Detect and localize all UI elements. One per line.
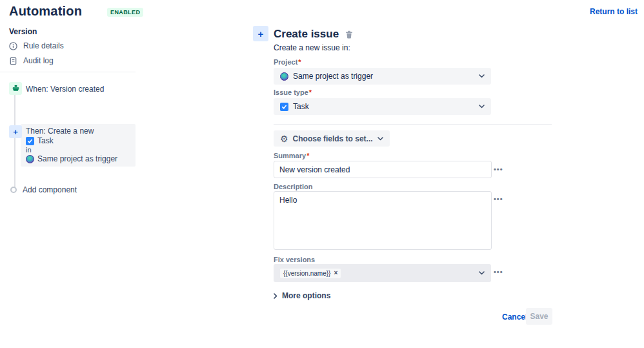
action-connector: in [26,146,136,154]
action-plus-icon[interactable]: + [9,125,22,138]
sidebar-item-label: Audit log [23,56,54,65]
timeline-connector [14,90,15,190]
choose-fields-label: Choose fields to set... [293,134,373,143]
add-component-label: Add component [23,185,77,194]
action-issue-type: Task [37,136,54,146]
add-component-circle-icon [10,187,17,193]
required-asterisk: * [298,58,301,66]
editor-divider [274,124,552,125]
page-title: Automation [9,4,82,19]
sidebar-item-audit-log[interactable]: Audit log [9,56,54,65]
issue-type-select-value: Task [293,102,309,111]
sidebar-divider [0,72,136,72]
required-asterisk: * [309,88,312,96]
chevron-right-icon [274,293,277,299]
fix-version-tag: {{version.name}} × [280,269,341,278]
more-options-label: More options [282,291,330,300]
summary-input[interactable] [274,161,492,178]
rule-name-label: Version [9,27,37,36]
issue-type-label-text: Issue type [274,88,308,96]
fix-versions-field-label: Fix versions [274,256,315,263]
required-asterisk: * [307,152,309,159]
project-field-label: Project* [274,58,301,66]
tag-close-icon[interactable]: × [334,270,337,276]
project-select-value: Same project as trigger [293,72,373,81]
issue-type-select[interactable]: Task [274,98,491,115]
return-to-list-link[interactable]: Return to list [590,7,638,16]
fix-versions-label-text: Fix versions [274,256,315,263]
issue-type-field-label: Issue type* [274,88,312,96]
project-globe-icon [26,155,34,163]
status-badge: ENABLED [107,8,143,17]
summary-field-label: Summary* [274,152,309,159]
info-icon [9,42,17,50]
trigger-ship-icon[interactable] [9,82,22,95]
audit-log-icon [9,57,17,65]
sidebar-item-rule-details[interactable]: Rule details [9,41,64,50]
add-component-button[interactable]: Add component [10,185,77,194]
description-label-text: Description [274,183,313,190]
trash-icon[interactable] [345,30,353,39]
task-type-icon [26,137,34,145]
description-more-actions-icon[interactable]: ••• [494,195,503,203]
editor-title: Create issue [274,28,339,41]
save-button[interactable]: Save [526,308,552,325]
project-globe-icon [280,72,288,81]
fix-versions-select[interactable]: {{version.name}} × [274,264,491,282]
create-issue-plus-icon: + [253,26,268,41]
description-field-label: Description [274,183,313,190]
action-title: Then: Create a new [26,127,136,136]
editor-subtitle: Create a new issue in: [274,43,350,52]
choose-fields-button[interactable]: ⚙ Choose fields to set... [274,130,390,147]
fix-versions-more-actions-icon[interactable]: ••• [494,268,503,276]
gear-icon: ⚙ [280,134,288,143]
more-options-toggle[interactable]: More options [274,291,330,300]
summary-more-actions-icon[interactable]: ••• [494,165,503,173]
chevron-down-icon [479,105,485,108]
fix-version-tag-text: {{version.name}} [283,270,330,277]
description-textarea[interactable]: Hello [274,191,492,250]
cancel-button[interactable]: Cancel [502,312,527,322]
chevron-down-icon [479,74,485,78]
project-select[interactable]: Same project as trigger [274,68,491,85]
summary-label-text: Summary [274,152,306,159]
timeline-action-item[interactable]: Then: Create a new Task in Same project … [21,124,136,167]
chevron-down-icon [479,271,485,275]
task-type-icon [280,103,288,111]
action-project: Same project as trigger [37,154,117,164]
chevron-down-icon [377,137,383,141]
sidebar-item-label: Rule details [23,41,64,50]
timeline-trigger-item[interactable]: When: Version created [26,85,104,94]
project-label-text: Project [274,58,297,66]
editor-title-row: Create issue [274,28,353,41]
